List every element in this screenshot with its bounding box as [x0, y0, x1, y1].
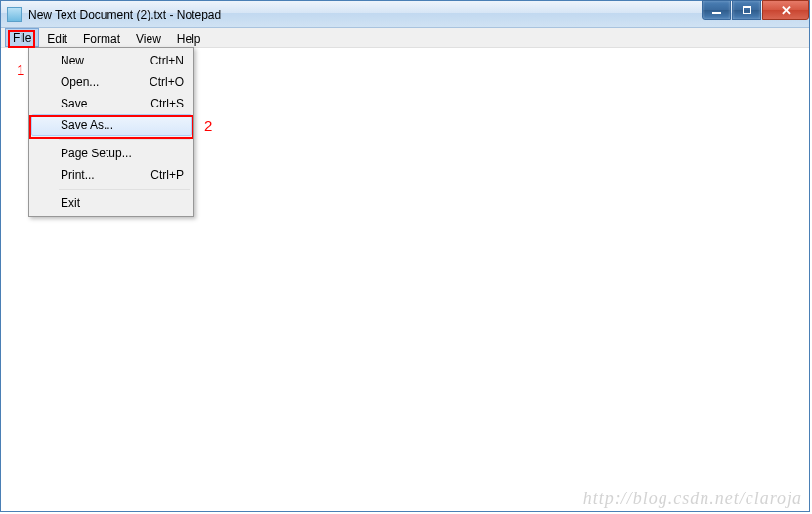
menu-view[interactable]: View [128, 28, 169, 47]
menu-separator [59, 139, 190, 140]
menu-item-new-label: New [61, 54, 131, 67]
menu-item-new-shortcut: Ctrl+N [150, 54, 184, 67]
menu-item-page-setup[interactable]: Page Setup... [31, 143, 192, 164]
menu-item-save-as[interactable]: Save As... [31, 114, 192, 136]
menu-item-print[interactable]: Print... Ctrl+P [31, 164, 192, 186]
menu-separator [59, 189, 190, 190]
titlebar[interactable]: New Text Document (2).txt - Notepad ✕ [1, 1, 809, 28]
menubar: File Edit Format View Help [1, 28, 809, 48]
menu-item-open-shortcut: Ctrl+O [150, 75, 184, 89]
menu-help-label: Help [177, 32, 201, 46]
menu-item-exit-label: Exit [61, 196, 164, 210]
window-controls: ✕ [701, 0, 809, 21]
menu-item-page-setup-label: Page Setup... [61, 147, 164, 160]
maximize-icon [743, 6, 751, 14]
annotation-label-1: 1 [17, 62, 24, 78]
menu-help[interactable]: Help [169, 28, 209, 47]
notepad-icon [7, 7, 22, 22]
menu-format[interactable]: Format [75, 28, 128, 47]
menu-item-save-label: Save [61, 97, 131, 110]
menu-item-print-label: Print... [61, 168, 131, 182]
menu-item-print-shortcut: Ctrl+P [150, 168, 184, 182]
maximize-button[interactable] [732, 0, 761, 20]
menu-item-save-as-label: Save As... [61, 118, 164, 132]
menu-view-label: View [136, 32, 161, 46]
close-button[interactable]: ✕ [762, 0, 809, 20]
window-title: New Text Document (2).txt - Notepad [28, 8, 221, 21]
menu-format-label: Format [83, 32, 120, 46]
menu-item-open[interactable]: Open... Ctrl+O [31, 71, 192, 93]
menu-item-save-shortcut: Ctrl+S [150, 97, 184, 110]
menu-item-new[interactable]: New Ctrl+N [31, 50, 192, 71]
annotation-label-2: 2 [204, 117, 212, 134]
menu-item-exit[interactable]: Exit [31, 193, 192, 214]
menu-edit[interactable]: Edit [39, 28, 75, 47]
minimize-icon [712, 12, 721, 14]
menu-edit-label: Edit [47, 32, 67, 46]
close-icon: ✕ [781, 4, 791, 17]
menu-file-label: File [13, 31, 31, 45]
minimize-button[interactable] [702, 0, 731, 20]
menu-file[interactable]: File [5, 28, 39, 47]
menu-item-save[interactable]: Save Ctrl+S [31, 93, 192, 114]
menu-item-open-label: Open... [61, 75, 130, 89]
file-menu-dropdown: New Ctrl+N Open... Ctrl+O Save Ctrl+S Sa… [28, 47, 194, 217]
